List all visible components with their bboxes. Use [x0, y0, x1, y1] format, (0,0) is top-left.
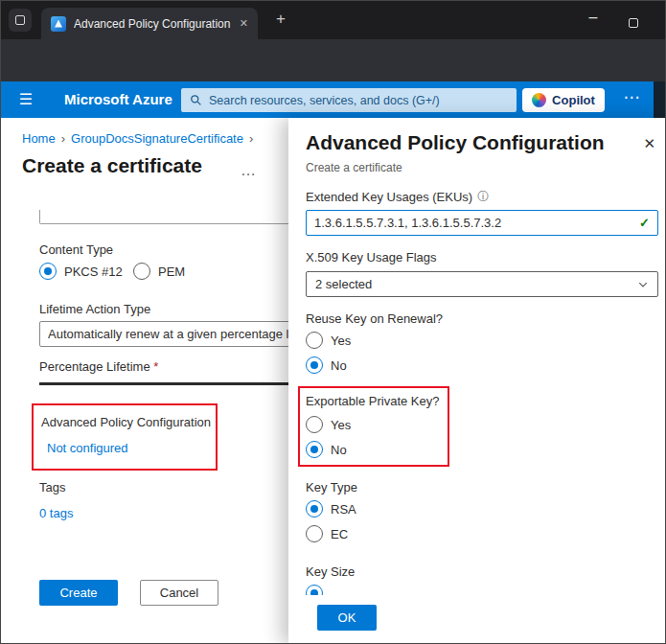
global-search-box[interactable]: Search resources, services, and docs (G+…: [181, 88, 517, 112]
menu-icon[interactable]: ☰: [12, 90, 39, 108]
browser-toolbar: ← → ↻ ⌂ portal.azure.co... ☆: [1, 39, 666, 81]
search-icon: [190, 94, 202, 106]
radio-circle: [306, 500, 323, 518]
truncated-field-bottom: [39, 210, 317, 224]
radio-circle: [306, 356, 323, 374]
browser-titlebar: Advanced Policy Configuration ✕ + –: [1, 1, 666, 39]
maximize-button[interactable]: [622, 14, 645, 32]
radio-circle: [39, 263, 57, 280]
radio-pkcs12[interactable]: PKCS #12: [39, 262, 123, 281]
page-title-more-icon[interactable]: …: [241, 162, 257, 179]
radio-reuse-no[interactable]: No: [306, 356, 347, 375]
key-usage-value: 2 selected: [315, 277, 632, 291]
breadcrumb: Home › GroupDocsSignatureCertificate ›: [22, 131, 253, 146]
browser-window: Advanced Policy Configuration ✕ + – ← → …: [0, 0, 666, 644]
ekus-label: Extended Key Usages (EKUs) ⓘ: [306, 189, 489, 205]
radio-label: Yes: [331, 334, 351, 348]
ekus-value: 1.3.6.1.5.5.7.3.1, 1.3.6.1.5.5.7.3.2: [314, 216, 633, 230]
radio-pem[interactable]: PEM: [133, 262, 185, 281]
new-tab-button[interactable]: +: [271, 10, 290, 29]
radio-label: PKCS #12: [64, 264, 123, 279]
search-placeholder: Search resources, services, and docs (G+…: [209, 94, 440, 107]
lifetime-action-value: Automatically renew at a given percentag…: [48, 327, 288, 341]
browser-tab[interactable]: Advanced Policy Configuration ✕: [41, 8, 258, 39]
tags-link[interactable]: 0 tags: [39, 506, 73, 520]
valid-check-icon: ✓: [639, 216, 650, 230]
lifetime-action-label: Lifetime Action Type: [39, 302, 150, 316]
panel-subtitle: Create a certificate: [306, 161, 402, 174]
chevron-right-icon: ›: [61, 131, 65, 146]
copilot-icon: [532, 93, 546, 107]
key-usage-label: X.509 Key Usage Flags: [306, 250, 437, 264]
browser-app-icon: [15, 15, 25, 25]
advanced-policy-panel: Advanced Policy Configuration ✕ Create a…: [288, 118, 666, 644]
copilot-label: Copilot: [552, 93, 595, 107]
maximize-icon: [629, 18, 638, 28]
annotation-box-exportable: [298, 386, 449, 467]
content-type-label: Content Type: [39, 242, 113, 257]
radio-key-type-ec[interactable]: EC: [306, 524, 348, 543]
radio-label: No: [331, 358, 347, 373]
info-icon[interactable]: ⓘ: [477, 189, 489, 205]
lifetime-action-select[interactable]: Automatically renew at a given percentag…: [39, 321, 317, 347]
copilot-button[interactable]: Copilot: [522, 88, 605, 112]
radio-circle: [306, 525, 323, 542]
chevron-right-icon: ›: [249, 131, 253, 146]
panel-title: Advanced Policy Configuration: [306, 131, 605, 154]
key-size-label: Key Size: [306, 564, 355, 579]
minimize-button[interactable]: –: [582, 9, 605, 26]
create-button[interactable]: Create: [39, 580, 118, 606]
ok-button[interactable]: OK: [317, 605, 377, 631]
azure-header: ☰ Microsoft Azure Search resources, serv…: [1, 81, 666, 118]
header-more-icon[interactable]: ⋯: [620, 87, 643, 107]
radio-label: PEM: [158, 264, 185, 279]
tab-title: Advanced Policy Configuration: [74, 17, 232, 31]
tags-label: Tags: [39, 480, 65, 494]
required-asterisk: *: [153, 359, 158, 374]
key-usage-dropdown[interactable]: 2 selected: [306, 271, 658, 297]
radio-label: RSA: [331, 502, 356, 517]
panel-close-icon[interactable]: ✕: [643, 135, 655, 152]
account-avatar-partial[interactable]: [654, 81, 666, 118]
panel-footer: OK: [288, 595, 666, 644]
chevron-down-icon: [637, 279, 649, 290]
azure-portal-favicon: [51, 16, 66, 32]
annotation-box-advanced-policy: [32, 403, 218, 471]
browser-app-button[interactable]: [9, 9, 32, 32]
radio-circle: [133, 263, 150, 280]
key-type-label: Key Type: [306, 480, 357, 494]
cancel-button[interactable]: Cancel: [140, 580, 218, 606]
breadcrumb-certificate[interactable]: GroupDocsSignatureCertificate: [71, 131, 243, 146]
tab-close-icon[interactable]: ✕: [240, 17, 248, 30]
percentage-lifetime-slider[interactable]: [39, 382, 317, 385]
percentage-lifetime-label: Percentage Lifetime *: [39, 359, 158, 374]
reuse-key-label: Reuse Key on Renewal?: [306, 311, 443, 326]
radio-label: EC: [331, 527, 348, 541]
radio-key-type-rsa[interactable]: RSA: [306, 499, 356, 518]
ekus-input[interactable]: 1.3.6.1.5.5.7.3.1, 1.3.6.1.5.5.7.3.2 ✓: [306, 210, 658, 236]
radio-reuse-yes[interactable]: Yes: [306, 331, 351, 350]
page-title: Create a certificate: [22, 154, 202, 177]
breadcrumb-home[interactable]: Home: [22, 131, 56, 146]
azure-brand[interactable]: Microsoft Azure: [64, 91, 172, 107]
radio-circle: [306, 332, 323, 349]
